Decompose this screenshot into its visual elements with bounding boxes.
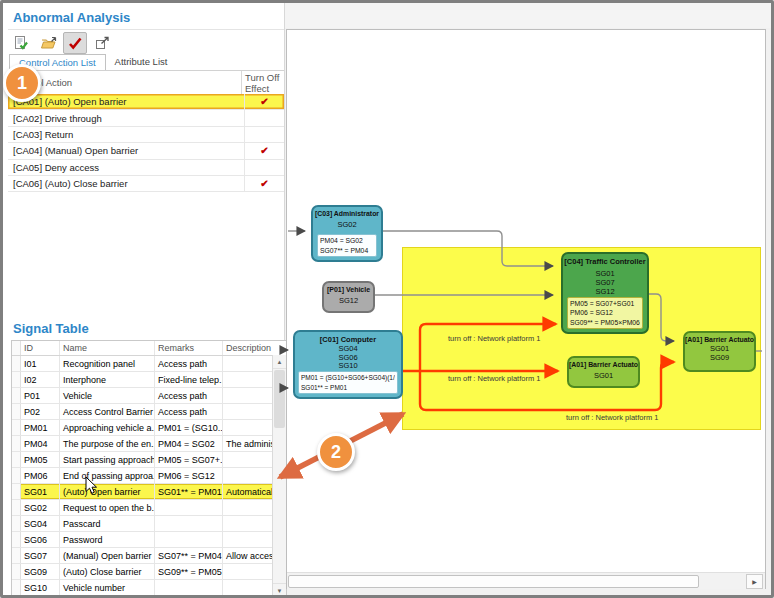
signal-table-scrollbar[interactable]: ▲ ▼ [272, 355, 286, 597]
signal-row[interactable]: SG07 (Manual) Open barrier SG07** = PM04… [12, 548, 286, 564]
formula-line: SG07** = PM04 [320, 246, 374, 256]
annotation-badge-2: 2 [317, 433, 355, 471]
signal-table: ID Name Remarks Description I01 Recognit… [11, 340, 287, 598]
signal-row[interactable]: SG04 Passcard [12, 516, 286, 532]
control-action-row[interactable]: [CA01] (Auto) Open barrier ✔ [8, 94, 284, 110]
formula-box: PM01 = (SG10+SG06+SG04)(1/3)SG01** = PM0… [298, 371, 398, 394]
open-folder-button[interactable] [36, 32, 60, 54]
control-action-rows: [CA01] (Auto) Open barrier ✔ [CA02] Driv… [8, 94, 284, 192]
signal-row[interactable]: SG02 Request to open the b... [12, 500, 286, 516]
tab-attribute-list[interactable]: Attribute List [106, 54, 177, 71]
row-margin [12, 580, 21, 595]
turn-off-effect-cell: ✔ [244, 176, 284, 191]
cell-name: End of passing approa... [60, 468, 155, 483]
cell-name: Password [60, 532, 155, 547]
cell-remarks [155, 580, 223, 595]
signal-label: SG10 [295, 362, 401, 371]
cell-id: SG02 [21, 500, 60, 515]
cell-id: P01 [21, 388, 60, 403]
node-administrator[interactable]: [C03] Administrator SG02 PM04 = SG02SG07… [311, 205, 383, 262]
control-action-label: [CA04] (Manual) Open barrier [8, 145, 244, 156]
formula-line: SG01** = PM01 [301, 383, 395, 393]
column-name: Name [60, 341, 155, 355]
formula-line: PM04 = SG02 [320, 236, 374, 246]
cell-remarks [155, 532, 223, 547]
turn-off-label-2: turn off : Network platform 1 [448, 374, 540, 383]
signal-label: SG01 [569, 371, 638, 380]
node-barrier-actuator-inner[interactable]: [A01] Barrier Actuator SG01 [567, 356, 640, 388]
control-action-row[interactable]: [CA06] (Auto) Close barrier ✔ [8, 176, 284, 192]
cell-remarks: Access path [155, 388, 223, 403]
signal-row[interactable]: PM04 The purpose of the en... PM04 = SG0… [12, 436, 286, 452]
signal-row[interactable]: PM01 Approaching vehicle a... PM01 = (SG… [12, 420, 286, 436]
row-margin [12, 388, 21, 403]
cell-name: Approaching vehicle a... [60, 420, 155, 435]
control-action-row[interactable]: [CA03] Return ✔ [8, 127, 284, 143]
signal-row[interactable]: SG01 (Auto) Open barrier SG01** = PM01 A… [12, 484, 286, 500]
red-check-icon [67, 35, 83, 51]
column-control-action: Control Action [8, 71, 241, 95]
top-strip [285, 3, 771, 28]
panel-title: Abnormal Analysis [13, 10, 130, 25]
toolbar [9, 32, 114, 54]
cell-name: Vehicle number [60, 580, 155, 595]
cell-name: Passcard [60, 516, 155, 531]
export-button[interactable] [90, 32, 114, 54]
signal-label: SG07 [563, 278, 647, 287]
signal-label: SG12 [563, 287, 647, 296]
report-check-icon [13, 35, 29, 51]
cell-id: I01 [21, 356, 60, 371]
control-action-row[interactable]: [CA02] Drive through ✔ [8, 110, 284, 126]
node-title: [P01] Vehicle [324, 286, 373, 293]
row-margin [12, 548, 21, 563]
signal-row[interactable]: SG09 (Auto) Close barrier SG09** = PM05.… [12, 564, 286, 580]
node-computer[interactable]: [C01] Computer SG04SG06SG10 PM01 = (SG10… [293, 330, 403, 399]
signal-row[interactable]: I02 Interphone Fixed-line telep... [12, 372, 286, 388]
node-barrier-actuator-right[interactable]: [A01] Barrier Actuator SG01SG09 [683, 331, 756, 372]
signal-row[interactable]: SG06 Password [12, 532, 286, 548]
divider [8, 29, 284, 30]
signal-row[interactable]: PM06 End of passing approa... PM06 = SG1… [12, 468, 286, 484]
signal-row[interactable]: I01 Recognition panel Access path [12, 356, 286, 372]
cell-id: PM01 [21, 420, 60, 435]
app-window: Abnormal Analysis [0, 0, 774, 598]
abnormal-check-button[interactable] [63, 32, 87, 54]
cell-remarks: Access path [155, 356, 223, 371]
signal-row[interactable]: P01 Vehicle Access path [12, 388, 286, 404]
diagram-hscrollbar[interactable]: ▶ [287, 572, 765, 589]
control-action-row[interactable]: [CA05] Deny access ✔ [8, 160, 284, 176]
row-margin [12, 484, 21, 499]
scrollbar-thumb[interactable] [274, 370, 285, 428]
signal-row[interactable]: P02 Access Control Barrier Access path [12, 404, 286, 420]
formula-line: PM05 = SG07+SG01 [570, 299, 640, 309]
validate-report-button[interactable] [9, 32, 33, 54]
control-action-row[interactable]: [CA04] (Manual) Open barrier ✔ [8, 143, 284, 159]
cell-remarks: PM01 = (SG10... [155, 420, 223, 435]
open-folder-icon [40, 35, 57, 51]
turn-off-effect-cell: ✔ [244, 127, 284, 142]
row-margin [12, 372, 21, 387]
cell-id: SG07 [21, 548, 60, 563]
abnormal-analysis-panel: Abnormal Analysis [3, 3, 285, 595]
control-action-label: [CA06] (Auto) Close barrier [8, 178, 244, 189]
turn-off-effect-cell: ✔ [244, 160, 284, 175]
scroll-down-icon[interactable]: ▼ [273, 583, 286, 597]
cell-remarks [155, 516, 223, 531]
cell-remarks: SG01** = PM01 [155, 484, 223, 499]
cell-name: (Manual) Open barrier [60, 548, 155, 563]
scroll-right-icon[interactable]: ▶ [746, 574, 763, 589]
cell-name: Vehicle [60, 388, 155, 403]
node-signals: SG04SG06SG10 [295, 345, 401, 371]
row-margin [12, 356, 21, 371]
cell-remarks: PM06 = SG12 [155, 468, 223, 483]
annotation-badge-1: 1 [3, 64, 41, 102]
node-traffic-controller[interactable]: [C04] Traffic Controller SG01SG07SG12 PM… [561, 252, 649, 334]
signal-row[interactable]: PM05 Start passing approach... PM05 = SG… [12, 452, 286, 468]
signal-row[interactable]: SG10 Vehicle number [12, 580, 286, 596]
node-vehicle[interactable]: [P01] Vehicle SG12 [322, 281, 375, 313]
hscrollbar-thumb[interactable] [288, 575, 699, 588]
cell-name: Interphone [60, 372, 155, 387]
cell-name: Request to open the b... [60, 500, 155, 515]
formula-line: PM01 = (SG10+SG06+SG04)(1/3) [301, 373, 395, 383]
scroll-up-icon[interactable]: ▲ [273, 355, 286, 369]
